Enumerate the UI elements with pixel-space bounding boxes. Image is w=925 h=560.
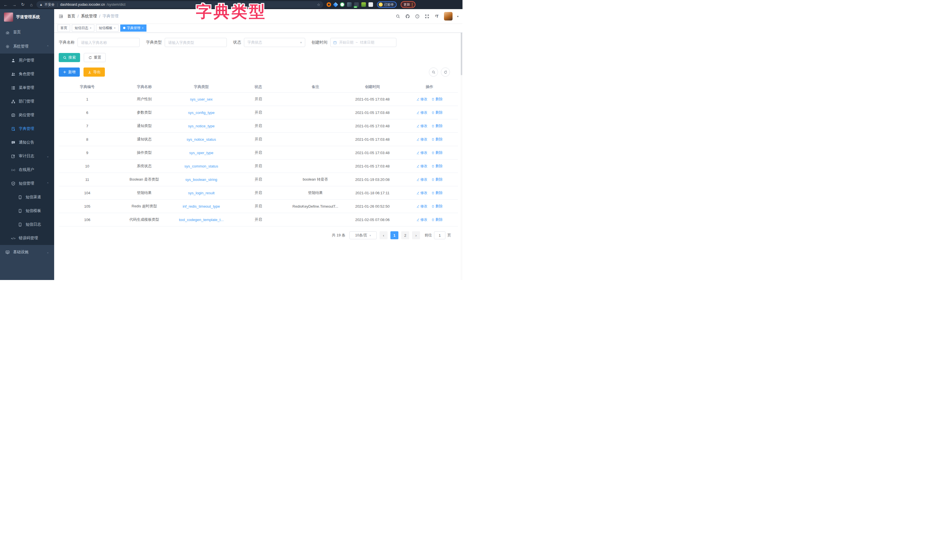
green-plant-extension-icon[interactable] [362, 2, 366, 7]
delete-row-button[interactable]: 删除 [431, 177, 443, 182]
sidebar-logo-row[interactable]: 芋道管理系统 [0, 9, 54, 25]
delete-row-button[interactable]: 删除 [431, 191, 443, 196]
dict-type-link[interactable]: sys_oper_type [189, 151, 214, 155]
orange-circle-extension-icon[interactable] [327, 2, 331, 7]
edit-row-button[interactable]: 修改 [416, 191, 428, 196]
edit-row-button[interactable]: 修改 [416, 137, 428, 142]
export-button[interactable]: 导出 [83, 68, 105, 77]
tab-close-icon[interactable]: × [114, 27, 116, 30]
user-avatar[interactable] [444, 12, 452, 21]
tab-3[interactable]: 字典管理× [120, 24, 146, 32]
dict-type-link[interactable]: sys_login_result [188, 191, 215, 195]
tab-close-icon[interactable]: × [142, 27, 144, 30]
prev-page-button[interactable]: ‹ [380, 231, 387, 239]
edit-row-button[interactable]: 修改 [416, 97, 428, 102]
edit-row-button[interactable]: 修改 [416, 177, 428, 182]
paused-extension-badge[interactable]: 已暂停 [377, 2, 397, 8]
header-search-icon[interactable] [396, 14, 401, 19]
sidebar-item-3[interactable]: 角色管理 [0, 67, 54, 81]
sidebar-item-16[interactable]: 基础设施⌄ [0, 245, 54, 259]
sidebar-item-1[interactable]: 系统管理⌃ [0, 39, 54, 54]
dict-type-input[interactable] [165, 38, 227, 47]
page-button-1[interactable]: 1 [390, 231, 398, 239]
delete-row-button[interactable]: 删除 [431, 204, 443, 209]
tab-1[interactable]: 短信日志× [72, 24, 94, 32]
sidebar-item-15[interactable]: </>错误码管理 [0, 231, 54, 245]
sidebar-item-5[interactable]: 部门管理 [0, 95, 54, 108]
dict-type-link[interactable]: sys_config_type [188, 110, 215, 115]
dict-name-input[interactable] [77, 38, 140, 47]
browser-back-icon[interactable]: ← [2, 1, 9, 8]
show-search-toggle-button[interactable] [429, 68, 438, 77]
dict-type-link[interactable]: sys_user_sex [190, 97, 212, 101]
browser-menu-icon[interactable] [412, 3, 413, 6]
edit-row-button[interactable]: 修改 [416, 204, 428, 209]
browser-reload-icon[interactable]: ↻ [20, 1, 26, 8]
sidebar-item-10[interactable]: (×)在线用户 [0, 163, 54, 177]
tabs-on-extension-icon[interactable]: on [354, 2, 359, 7]
delete-row-button[interactable]: 删除 [431, 97, 443, 102]
edit-row-button[interactable]: 修改 [416, 151, 428, 155]
browser-forward-icon[interactable]: → [11, 1, 18, 8]
date-range-picker[interactable]: 开始日期 ~ 结束日期 [330, 38, 396, 47]
goto-page-input[interactable] [434, 231, 445, 239]
sidebar-item-0[interactable]: 首页 [0, 25, 54, 39]
edit-row-button[interactable]: 修改 [416, 217, 428, 222]
browser-update-button[interactable]: 更新 [401, 1, 416, 8]
avatar-caret-icon[interactable]: ▾ [457, 15, 458, 18]
white-puzzle-extension-icon[interactable] [369, 2, 373, 7]
dict-type-link[interactable]: sys_notice_status [187, 137, 216, 142]
blue-grid-extension-icon[interactable] [347, 2, 352, 7]
status-select[interactable]: 字典状态 ▾ [244, 38, 305, 47]
font-size-icon[interactable]: ᵗT [434, 14, 440, 19]
browser-home-icon[interactable]: ⌂ [28, 1, 35, 8]
tab-close-icon[interactable]: × [90, 27, 92, 30]
page-button-2[interactable]: 2 [401, 231, 409, 239]
sidebar-item-12[interactable]: 短信渠道 [0, 190, 54, 204]
help-icon[interactable]: ? [415, 14, 420, 19]
edit-row-button[interactable]: 修改 [416, 164, 428, 169]
breadcrumb-item-1[interactable]: 系统管理 [81, 14, 97, 19]
security-warning-icon[interactable]: ▲ [39, 3, 43, 6]
edit-row-button[interactable]: 修改 [416, 123, 428, 128]
delete-row-button[interactable]: 删除 [431, 217, 443, 222]
dict-type-link[interactable]: inf_redis_timeout_type [183, 204, 220, 209]
sidebar-item-2[interactable]: 用户管理 [0, 54, 54, 67]
next-page-button[interactable]: › [412, 231, 420, 239]
sidebar-item-4[interactable]: 菜单管理 [0, 81, 54, 95]
fullscreen-icon[interactable] [425, 14, 430, 19]
tab-2[interactable]: 短信模板× [96, 24, 119, 32]
delete-row-button[interactable]: 删除 [431, 123, 443, 128]
search-button[interactable]: 搜索 [59, 53, 80, 62]
sidebar-item-8[interactable]: 通知公告 [0, 135, 54, 149]
delete-row-button[interactable]: 删除 [431, 110, 443, 115]
refresh-table-button[interactable] [441, 68, 450, 77]
sidebar-item-9[interactable]: 审计日志⌄ [0, 149, 54, 163]
breadcrumb-item-0[interactable]: 首页 [67, 14, 75, 19]
dict-type-link[interactable]: sys_common_status [184, 164, 218, 169]
add-button[interactable]: 新增 [59, 68, 80, 77]
green-circle-extension-icon[interactable] [340, 2, 345, 7]
edit-row-button[interactable]: 修改 [416, 110, 428, 115]
delete-row-button[interactable]: 删除 [431, 151, 443, 155]
sidebar-item-6[interactable]: 岗位管理 [0, 108, 54, 122]
address-bar[interactable]: ▲ 不安全 | dashboard.yudao.iocoder.cn/syste… [36, 1, 323, 8]
bookmark-star-icon[interactable]: ☆ [317, 3, 320, 7]
dict-type-link[interactable]: tool_codegen_template_t... [179, 218, 224, 222]
hamburger-icon[interactable] [58, 14, 63, 19]
github-icon[interactable] [405, 14, 410, 19]
page-size-select[interactable]: 10条/页 ▾ [350, 231, 377, 239]
dict-type-link[interactable]: sys_boolean_string [185, 178, 217, 182]
page-scrollbar[interactable] [461, 9, 462, 280]
tab-0[interactable]: 首页 [57, 24, 70, 32]
blue-gem-extension-icon[interactable] [333, 2, 338, 7]
dict-id: 106 [59, 218, 116, 222]
sidebar-item-14[interactable]: 短信日志 [0, 218, 54, 231]
dict-type-link[interactable]: sys_notice_type [188, 124, 215, 128]
delete-row-button[interactable]: 删除 [431, 164, 443, 169]
sidebar-item-7[interactable]: 字典管理 [0, 122, 54, 135]
reset-button[interactable]: 重置 [84, 53, 106, 62]
sidebar-item-11[interactable]: 短信管理⌃ [0, 177, 54, 190]
delete-row-button[interactable]: 删除 [431, 137, 443, 142]
sidebar-item-13[interactable]: 短信模板 [0, 204, 54, 218]
